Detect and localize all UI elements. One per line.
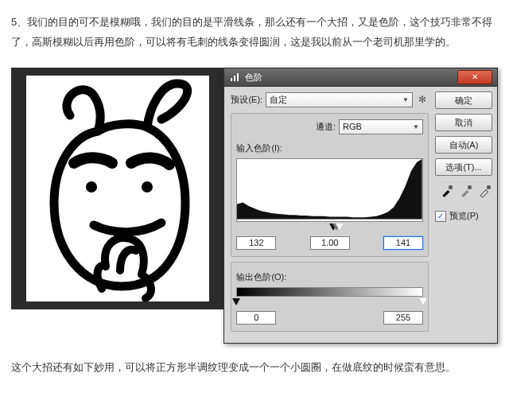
channel-dropdown[interactable]: RGB ▼ — [339, 119, 423, 134]
dialog-title: 色阶 — [245, 69, 457, 86]
eyedropper-gray-icon — [459, 184, 473, 198]
preset-value: 自定 — [270, 91, 287, 108]
input-white-field[interactable]: 141 — [383, 236, 423, 250]
svg-rect-6 — [468, 186, 472, 190]
paragraph-top: 5、我们的目的可不是模糊哦，我们的目的是平滑线条，那么还有一个大招，又是色阶，这… — [11, 13, 498, 52]
svg-point-1 — [142, 181, 153, 192]
preset-label: 预设(E): — [231, 91, 262, 108]
output-white-slider[interactable] — [419, 298, 427, 305]
input-white-slider[interactable] — [336, 224, 344, 231]
svg-rect-7 — [487, 186, 491, 190]
canvas-area — [11, 68, 223, 309]
svg-rect-5 — [449, 186, 453, 190]
svg-rect-3 — [234, 76, 235, 81]
eyedropper-white-button[interactable] — [478, 184, 492, 198]
histogram — [236, 158, 423, 222]
channel-row: 通道: RGB ▼ — [236, 119, 423, 135]
eyedropper-gray-button[interactable] — [459, 184, 473, 198]
input-black-field[interactable]: 132 — [236, 236, 276, 250]
preset-options-button[interactable]: ✻ — [416, 94, 429, 107]
dialog-left-column: 预设(E): 自定 ▼ ✻ 通道: RGB ▼ — [231, 91, 429, 336]
input-values-row: 132 1.00 141 — [236, 236, 423, 250]
input-gamma-field[interactable]: 1.00 — [310, 236, 350, 250]
dialog-right-column: 确定 取消 自动(A) 选项(T)... ✓ 预 — [435, 91, 492, 336]
svg-rect-4 — [237, 73, 239, 81]
eyedropper-row — [435, 184, 492, 198]
output-slider-track[interactable] — [236, 298, 423, 308]
preview-checkbox[interactable]: ✓ — [435, 211, 446, 222]
ok-button[interactable]: 确定 — [435, 91, 492, 109]
output-values-row: 0 255 — [236, 311, 423, 325]
svg-point-0 — [86, 181, 97, 192]
output-black-slider[interactable] — [232, 298, 240, 305]
chevron-down-icon: ▼ — [413, 121, 419, 133]
auto-button[interactable]: 自动(A) — [435, 136, 492, 154]
input-levels-label: 输入色阶(I): — [236, 140, 423, 157]
output-levels-group: 输出色阶(O): 0 255 — [231, 262, 429, 332]
dialog-titlebar[interactable]: 色阶 ✕ — [224, 68, 497, 87]
close-button[interactable]: ✕ — [457, 70, 492, 84]
output-gradient — [236, 287, 423, 297]
options-button[interactable]: 选项(T)... — [435, 158, 492, 176]
levels-dialog: 色阶 ✕ 预设(E): 自定 ▼ ✻ — [223, 68, 498, 344]
preview-label: 预览(P) — [449, 208, 479, 224]
close-icon: ✕ — [472, 73, 478, 81]
svg-rect-2 — [231, 78, 232, 81]
drawing-preview — [26, 76, 209, 301]
output-levels-label: 输出色阶(O): — [236, 269, 423, 286]
eyedropper-black-icon — [440, 184, 454, 198]
eyedropper-black-button[interactable] — [440, 184, 454, 198]
eyedropper-white-icon — [478, 184, 492, 198]
channel-label: 通道: — [316, 119, 336, 135]
output-black-field[interactable]: 0 — [236, 311, 276, 325]
preset-row: 预设(E): 自定 ▼ ✻ — [231, 91, 429, 108]
levels-titlebar-icon — [229, 72, 240, 83]
content-row: 色阶 ✕ 预设(E): 自定 ▼ ✻ — [11, 68, 498, 344]
output-white-field[interactable]: 255 — [383, 311, 423, 325]
chevron-down-icon: ▼ — [402, 94, 409, 106]
gear-icon: ✻ — [418, 91, 426, 109]
paragraph-bottom: 这个大招还有如下妙用，可以将正方形半调纹理变成一个一个小圆圈，在做底纹的时候蛮有… — [11, 358, 498, 378]
preset-dropdown[interactable]: 自定 ▼ — [266, 92, 413, 107]
input-slider-track[interactable] — [236, 224, 423, 233]
dialog-body: 预设(E): 自定 ▼ ✻ 通道: RGB ▼ — [224, 87, 497, 343]
cancel-button[interactable]: 取消 — [435, 114, 492, 131]
input-levels-group: 通道: RGB ▼ 输入色阶(I): — [231, 113, 429, 257]
channel-value: RGB — [343, 119, 362, 135]
preview-row: ✓ 预览(P) — [435, 208, 492, 224]
